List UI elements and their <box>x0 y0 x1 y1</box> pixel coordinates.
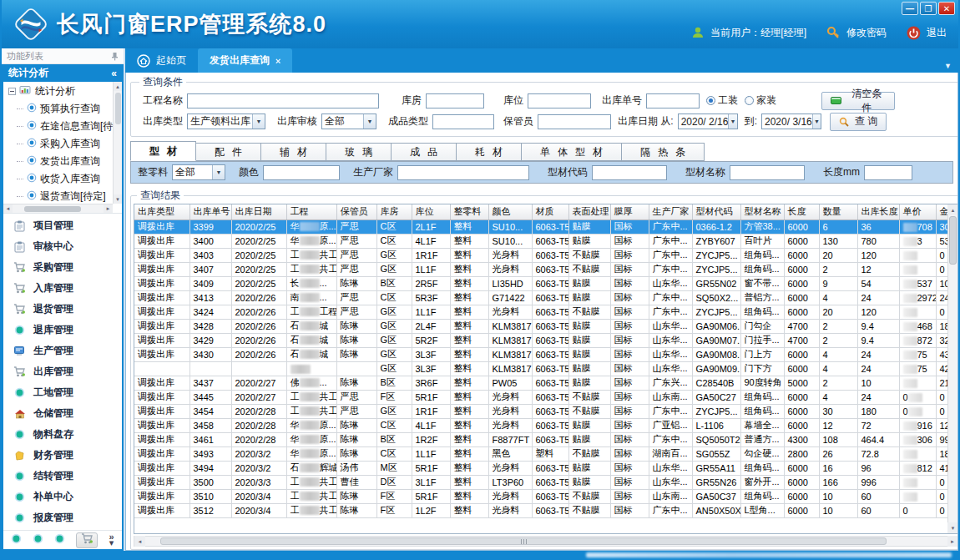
column-header-生产厂家[interactable]: 生产厂家 <box>649 204 692 219</box>
table-row[interactable]: 调拨出库34452020/2/27工共工程严思F区5R1F整料光身料6063-T… <box>134 390 957 404</box>
material-tab-成品[interactable]: 成品 <box>392 143 457 161</box>
sidebar-item-退货管理[interactable]: 退货管理 <box>3 299 122 320</box>
column-header-整零料[interactable]: 整零料 <box>450 204 488 219</box>
column-header-长度[interactable]: 长度 <box>784 204 819 219</box>
profile-code-input[interactable] <box>592 165 667 180</box>
date-to-picker[interactable]: 2020/ 3/16▼ <box>761 114 821 129</box>
column-header-出库长度[interactable]: 出库长度 <box>857 204 899 219</box>
tree-item[interactable]: 收货入库查询 <box>3 170 122 188</box>
project-name-input[interactable] <box>187 93 379 108</box>
column-header-膜厚[interactable]: 膜厚 <box>610 204 649 219</box>
table-row[interactable]: 调拨出库34612020/2/28华原...陈琳B区1R2F整料F8877FT6… <box>134 432 957 446</box>
cart-shortcut-button[interactable] <box>76 532 98 548</box>
table-row[interactable]: 调拨出库35122020/3/4工共工程陈琳F区1L2F整料光身料6063-T5… <box>134 503 957 517</box>
column-header-出库日期[interactable]: 出库日期 <box>231 204 286 219</box>
table-row[interactable]: 调拨出库34302020/2/26石城陈琳G区3L3F整料KLM38176063… <box>134 347 957 361</box>
tree-root-node[interactable]: 统计分析 <box>3 82 122 100</box>
manufacturer-input[interactable] <box>397 165 529 180</box>
search-button[interactable]: 查 询 <box>830 113 887 131</box>
table-row[interactable]: 调拨出库34132020/2/26南...严思C区5R3F整料G71422606… <box>134 290 957 305</box>
close-button[interactable]: ✕ <box>938 2 955 15</box>
material-tab-配件[interactable]: 配件 <box>196 143 261 161</box>
table-horizontal-scrollbar[interactable]: ◄ ► <box>134 536 958 547</box>
profile-name-input[interactable] <box>730 165 805 180</box>
minimize-button[interactable]: — <box>902 2 918 15</box>
table-row[interactable]: 调拨出库34942020/3/2石辉城汤伟M区5R1F整料光身料6063-T5贴… <box>134 461 957 475</box>
table-row[interactable]: 调拨出库34372020/2/27佛...陈琳B区3R6F整料PW056063-… <box>134 376 957 390</box>
table-row[interactable]: 调拨出库35002020/3/3工共工程曹佳D区3L1F整料LT3P606063… <box>134 475 957 489</box>
sidebar-item-物料盘存[interactable]: 物料盘存 <box>3 424 122 445</box>
table-row[interactable]: 调拨出库34542020/2/28工共工程严思G区1R1F整料光身料6063-T… <box>134 404 957 418</box>
material-tab-隔热条[interactable]: 隔热条 <box>622 143 705 161</box>
material-tab-耗材[interactable]: 耗材 <box>457 143 522 161</box>
sidebar-item-入库管理[interactable]: 入库管理 <box>3 278 122 299</box>
column-header-表面处理[interactable]: 表面处理 <box>568 204 610 219</box>
scroll-up-icon[interactable]: ▲ <box>947 204 958 215</box>
tree-item[interactable]: 预算执行查询 <box>3 100 122 118</box>
table-row[interactable]: 调拨出库34002020/2/25华原...严思C区4L1F整料SU10...6… <box>134 234 957 248</box>
column-header-材质[interactable]: 材质 <box>532 204 568 219</box>
table-row[interactable]: 调拨出库34582020/2/28华原...陈琳C区4L1F整料光身料6063-… <box>134 418 957 432</box>
sidebar-item-退库管理[interactable]: 退库管理 <box>3 320 122 341</box>
material-tab-单体型材[interactable]: 单体型材 <box>522 143 622 161</box>
sidebar-item-仓储管理[interactable]: 仓储管理 <box>3 403 122 424</box>
sidebar-item-工地管理[interactable]: 工地管理 <box>3 382 122 403</box>
tab-close-icon[interactable]: × <box>275 56 280 66</box>
table-row[interactable]: 调拨出库35102020/3/4工共工程陈琳F区5R1F整料光身料6063-T5… <box>134 489 957 503</box>
collapse-node-icon[interactable] <box>8 88 16 95</box>
table-row[interactable]: 调拨出库34242020/2/26工工程严思G区1L1F整料光身料6063-T5… <box>134 305 957 319</box>
sidebar-item-采购管理[interactable]: 采购管理 <box>3 257 122 278</box>
scroll-right-icon[interactable]: ► <box>104 204 113 214</box>
material-tab-辅材[interactable]: 辅材 <box>261 143 326 161</box>
sidebar-item-报废管理[interactable]: 报废管理 <box>3 507 122 528</box>
column-header-型材代码[interactable]: 型材代码 <box>692 204 740 219</box>
radio-jiazhuang[interactable] <box>745 96 754 105</box>
location-input[interactable] <box>528 93 591 108</box>
table-row[interactable]: 调拨出库34092020/2/25长...陈琳B区2R5F整料LI35HD606… <box>134 276 957 290</box>
column-header-工程[interactable]: 工程 <box>286 204 336 219</box>
circle-icon[interactable] <box>54 532 65 547</box>
sidebar-item-补单中心[interactable]: 补单中心 <box>3 487 122 507</box>
column-header-库房[interactable]: 库房 <box>376 204 412 219</box>
length-input[interactable] <box>864 165 912 180</box>
scroll-right-icon[interactable]: ► <box>947 536 958 547</box>
scroll-thumb[interactable] <box>24 206 81 212</box>
tree-item[interactable]: 退货查询[待定] <box>3 188 122 205</box>
scroll-thumb[interactable] <box>949 216 957 265</box>
column-header-库位[interactable]: 库位 <box>412 204 450 219</box>
order-no-input[interactable] <box>646 93 700 108</box>
section-header[interactable]: 统计分析 « <box>2 64 124 82</box>
tab-overflow-icon[interactable]: ▼ <box>944 62 952 70</box>
warehouse-input[interactable] <box>426 93 484 108</box>
logout-link[interactable]: 退出 <box>927 26 947 40</box>
scroll-up-icon[interactable]: ▲ <box>114 82 123 91</box>
table-row[interactable]: G区3L3F整料KLM38176063-T5贴膜国标山东华...GA90M09.… <box>134 361 957 376</box>
table-row[interactable]: 调拨出库34282020/2/26石城陈琳G区2L4F整料KLM38176063… <box>134 319 957 333</box>
tree-item[interactable]: 在途信息查询[待 <box>3 118 122 135</box>
table-row[interactable]: 调拨出库34932020/3/2华原...陈琳C区1L1F整料黑色塑料不贴膜国标… <box>134 446 957 461</box>
sidebar-item-结转管理[interactable]: 结转管理 <box>3 466 122 487</box>
scroll-left-icon[interactable]: ◄ <box>134 536 145 547</box>
scroll-down-icon[interactable]: ▼ <box>947 522 958 533</box>
column-header-出库单号[interactable]: 出库单号 <box>189 204 231 219</box>
table-vertical-scrollbar[interactable]: ▲ ▼ <box>947 204 958 533</box>
scroll-left-icon[interactable]: ◄ <box>3 204 13 214</box>
tree-vertical-scrollbar[interactable]: ▲ ▼ <box>113 82 122 204</box>
out-type-select[interactable]: 生产领料出库▼ <box>187 114 265 129</box>
tab-home[interactable]: 起始页 <box>125 48 198 73</box>
clear-conditions-button[interactable]: 清空条件 <box>821 92 895 110</box>
scroll-thumb[interactable] <box>115 93 121 124</box>
scroll-down-icon[interactable]: ▼ <box>114 194 123 204</box>
scroll-thumb[interactable] <box>160 537 887 545</box>
whole-part-select[interactable]: 全部▼ <box>172 164 225 180</box>
tab-outbound-query[interactable]: 发货出库查询 × <box>198 48 292 73</box>
sidebar-item-审核中心[interactable]: 审核中心 <box>3 236 122 257</box>
date-from-picker[interactable]: 2020/ 2/16▼ <box>678 114 738 129</box>
column-header-保管员[interactable]: 保管员 <box>336 204 376 219</box>
keeper-input[interactable] <box>538 114 611 129</box>
color-input[interactable] <box>263 165 340 180</box>
collapse-icon[interactable]: « <box>111 68 117 79</box>
tree-item[interactable]: 采购入库查询 <box>3 135 122 153</box>
tree-item[interactable]: 发货出库查询 <box>3 153 122 170</box>
material-tab-玻璃[interactable]: 玻璃 <box>326 143 392 161</box>
